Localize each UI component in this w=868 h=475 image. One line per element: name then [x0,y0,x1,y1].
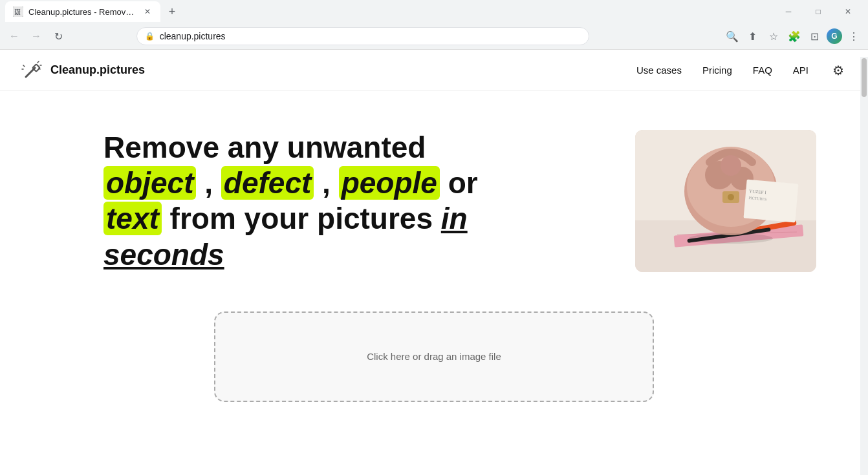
hero-or: or [448,166,478,200]
nav-links: Use cases Pricing FAQ API ⚙ [636,61,847,79]
hero-title-part1: Remove any unwanted [103,131,426,164]
zoom-icon[interactable]: 🔍 [723,27,741,45]
toolbar-right: 🔍 ⬆ ☆ 🧩 ⊡ G ⋮ [723,27,863,45]
refresh-button[interactable]: ↻ [49,27,67,45]
hero-comma1: , [204,166,221,200]
tab-favicon: 🖼 [13,6,23,17]
site-nav: Cleanup.pictures Use cases Pricing FAQ A… [0,50,868,91]
close-button[interactable]: ✕ [833,1,863,22]
tab-title: Cleanup.pictures - Remove objec [28,7,137,17]
logo-icon [21,59,44,82]
window-controls: ─ □ ✕ [774,1,863,22]
dropzone-text: Click here or drag an image file [367,351,501,362]
dropzone-container: Click here or drag an image file [0,299,868,441]
active-tab[interactable]: 🖼 Cleanup.pictures - Remove objec ✕ [5,1,160,22]
hero-section: Remove any unwanted object , defect , pe… [0,91,868,299]
menu-icon[interactable]: ⋮ [845,27,863,45]
tab-close-button[interactable]: ✕ [142,6,153,17]
forward-button[interactable]: → [27,27,45,45]
nav-link-use-cases[interactable]: Use cases [636,65,682,76]
nav-link-faq[interactable]: FAQ [753,65,772,76]
page-content: Cleanup.pictures Use cases Pricing FAQ A… [0,50,868,450]
nav-link-pricing[interactable]: Pricing [702,65,732,76]
hero-text: Remove any unwanted object , defect , pe… [103,130,492,273]
bookmark-icon[interactable]: ☆ [765,27,783,45]
extensions-icon[interactable]: 🧩 [785,27,803,45]
hero-highlight-people: people [339,166,440,200]
hero-image: YUZEF I PICTURES [635,130,816,272]
hero-seconds: seconds [103,238,224,271]
new-tab-button[interactable]: + [163,3,181,21]
lock-icon: 🔒 [145,32,155,41]
scrollbar-track[interactable] [860,57,868,450]
url-text: cleanup.pictures [160,31,226,41]
logo-text: Cleanup.pictures [50,63,145,77]
svg-line-4 [38,61,39,63]
hero-comma2: , [322,166,339,200]
hero-from: from your pictures [170,202,441,235]
share-icon[interactable]: ⬆ [744,27,762,45]
dropzone[interactable]: Click here or drag an image file [214,311,654,402]
url-bar[interactable]: 🔒 cleanup.pictures [136,27,589,45]
hero-highlight-text: text [103,202,162,235]
profile-avatar[interactable]: G [827,28,842,44]
tab-bar: 🖼 Cleanup.pictures - Remove objec ✕ + ─ … [0,0,868,23]
hero-title: Remove any unwanted object , defect , pe… [103,130,492,273]
scrollbar-thumb[interactable] [862,58,867,97]
svg-point-26 [689,233,773,244]
browser-chrome: 🖼 Cleanup.pictures - Remove objec ✕ + ─ … [0,0,868,50]
minimize-button[interactable]: ─ [774,1,803,22]
address-bar: ← → ↻ 🔒 cleanup.pictures 🔍 ⬆ ☆ 🧩 ⊡ G ⋮ [0,23,868,49]
svg-text:🖼: 🖼 [14,8,21,16]
hero-highlight-defect: defect [221,166,314,200]
split-view-icon[interactable]: ⊡ [806,27,824,45]
svg-line-7 [23,65,25,67]
maximize-button[interactable]: □ [803,1,833,22]
svg-point-22 [728,194,734,200]
svg-point-20 [721,155,741,176]
nav-link-api[interactable]: API [793,65,808,76]
hero-in: in [441,202,468,235]
logo[interactable]: Cleanup.pictures [21,59,145,82]
settings-icon[interactable]: ⚙ [829,61,847,79]
svg-rect-23 [744,180,799,223]
back-button[interactable]: ← [5,27,23,45]
hero-highlight-object: object [103,166,196,200]
